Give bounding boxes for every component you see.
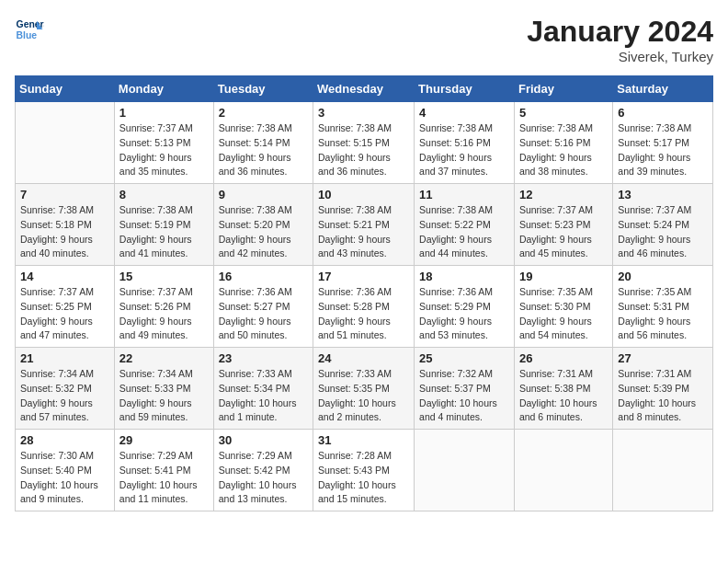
calendar-cell: 14Sunrise: 7:37 AMSunset: 5:25 PMDayligh… xyxy=(16,266,115,348)
calendar-title: January 2024 xyxy=(527,15,713,49)
day-number: 16 xyxy=(219,270,308,283)
calendar-cell: 28Sunrise: 7:30 AMSunset: 5:40 PMDayligh… xyxy=(16,430,115,511)
calendar-subtitle: Siverek, Turkey xyxy=(527,49,713,64)
svg-text:Blue: Blue xyxy=(17,30,38,40)
title-area: January 2024 Siverek, Turkey xyxy=(527,15,713,64)
day-number: 22 xyxy=(119,351,209,365)
day-detail: Sunrise: 7:38 AMSunset: 5:19 PMDaylight:… xyxy=(119,203,209,261)
calendar-cell: 2Sunrise: 7:38 AMSunset: 5:14 PMDaylight… xyxy=(213,102,313,184)
calendar-cell: 17Sunrise: 7:36 AMSunset: 5:28 PMDayligh… xyxy=(313,266,415,348)
day-number: 23 xyxy=(219,351,308,365)
day-detail: Sunrise: 7:37 AMSunset: 5:24 PMDaylight:… xyxy=(618,203,708,261)
calendar-cell: 13Sunrise: 7:37 AMSunset: 5:24 PMDayligh… xyxy=(613,184,713,266)
day-detail: Sunrise: 7:38 AMSunset: 5:15 PMDaylight:… xyxy=(318,121,409,179)
day-detail: Sunrise: 7:32 AMSunset: 5:37 PMDaylight:… xyxy=(419,367,509,425)
calendar-cell xyxy=(16,102,115,184)
day-detail: Sunrise: 7:37 AMSunset: 5:13 PMDaylight:… xyxy=(119,121,209,179)
day-number: 2 xyxy=(219,106,308,120)
weekday-header-thursday: Thursday xyxy=(415,76,515,102)
day-number: 24 xyxy=(318,351,409,365)
day-detail: Sunrise: 7:36 AMSunset: 5:29 PMDaylight:… xyxy=(419,285,509,343)
page-header: General Blue January 2024 Siverek, Turke… xyxy=(15,15,713,64)
calendar-cell: 16Sunrise: 7:36 AMSunset: 5:27 PMDayligh… xyxy=(213,266,313,348)
day-detail: Sunrise: 7:34 AMSunset: 5:32 PMDaylight:… xyxy=(20,367,109,425)
calendar-cell: 25Sunrise: 7:32 AMSunset: 5:37 PMDayligh… xyxy=(415,348,515,430)
calendar-week-row: 7Sunrise: 7:38 AMSunset: 5:18 PMDaylight… xyxy=(16,184,713,266)
day-number: 8 xyxy=(119,188,209,201)
day-number: 3 xyxy=(318,106,409,120)
day-detail: Sunrise: 7:36 AMSunset: 5:27 PMDaylight:… xyxy=(219,285,308,343)
calendar-cell: 26Sunrise: 7:31 AMSunset: 5:38 PMDayligh… xyxy=(514,348,612,430)
calendar-cell: 20Sunrise: 7:35 AMSunset: 5:31 PMDayligh… xyxy=(613,266,713,348)
weekday-header-friday: Friday xyxy=(514,76,612,102)
day-number: 12 xyxy=(519,188,608,201)
calendar-week-row: 1Sunrise: 7:37 AMSunset: 5:13 PMDaylight… xyxy=(16,102,713,184)
day-detail: Sunrise: 7:37 AMSunset: 5:23 PMDaylight:… xyxy=(519,203,608,261)
day-number: 19 xyxy=(519,270,608,283)
day-number: 10 xyxy=(318,188,409,201)
calendar-cell: 11Sunrise: 7:38 AMSunset: 5:22 PMDayligh… xyxy=(415,184,515,266)
day-number: 6 xyxy=(618,106,708,120)
calendar-cell xyxy=(613,430,713,511)
calendar-cell xyxy=(514,430,612,511)
day-number: 25 xyxy=(419,351,509,365)
day-detail: Sunrise: 7:38 AMSunset: 5:20 PMDaylight:… xyxy=(219,203,308,261)
calendar-cell: 29Sunrise: 7:29 AMSunset: 5:41 PMDayligh… xyxy=(114,430,213,511)
day-number: 7 xyxy=(20,188,109,201)
day-number: 14 xyxy=(20,270,109,283)
day-detail: Sunrise: 7:38 AMSunset: 5:14 PMDaylight:… xyxy=(219,121,308,179)
day-number: 26 xyxy=(519,351,608,365)
day-number: 21 xyxy=(20,351,109,365)
calendar-cell: 24Sunrise: 7:33 AMSunset: 5:35 PMDayligh… xyxy=(313,348,415,430)
day-detail: Sunrise: 7:34 AMSunset: 5:33 PMDaylight:… xyxy=(119,367,209,425)
day-number: 28 xyxy=(20,433,109,447)
calendar-cell: 21Sunrise: 7:34 AMSunset: 5:32 PMDayligh… xyxy=(16,348,115,430)
calendar-cell: 19Sunrise: 7:35 AMSunset: 5:30 PMDayligh… xyxy=(514,266,612,348)
day-number: 30 xyxy=(219,433,308,447)
weekday-header-wednesday: Wednesday xyxy=(313,76,415,102)
day-number: 17 xyxy=(318,270,409,283)
day-number: 9 xyxy=(219,188,308,201)
day-detail: Sunrise: 7:35 AMSunset: 5:31 PMDaylight:… xyxy=(618,285,708,343)
calendar-week-row: 21Sunrise: 7:34 AMSunset: 5:32 PMDayligh… xyxy=(16,348,713,430)
day-number: 1 xyxy=(119,106,209,120)
calendar-cell: 5Sunrise: 7:38 AMSunset: 5:16 PMDaylight… xyxy=(514,102,612,184)
calendar-cell: 9Sunrise: 7:38 AMSunset: 5:20 PMDaylight… xyxy=(213,184,313,266)
calendar-week-row: 14Sunrise: 7:37 AMSunset: 5:25 PMDayligh… xyxy=(16,266,713,348)
calendar-cell: 4Sunrise: 7:38 AMSunset: 5:16 PMDaylight… xyxy=(415,102,515,184)
calendar-week-row: 28Sunrise: 7:30 AMSunset: 5:40 PMDayligh… xyxy=(16,430,713,511)
day-detail: Sunrise: 7:30 AMSunset: 5:40 PMDaylight:… xyxy=(20,449,109,507)
day-number: 31 xyxy=(318,433,409,447)
day-detail: Sunrise: 7:38 AMSunset: 5:16 PMDaylight:… xyxy=(419,121,509,179)
day-detail: Sunrise: 7:38 AMSunset: 5:18 PMDaylight:… xyxy=(20,203,109,261)
day-detail: Sunrise: 7:33 AMSunset: 5:34 PMDaylight:… xyxy=(219,367,308,425)
calendar-cell xyxy=(415,430,515,511)
calendar-cell: 1Sunrise: 7:37 AMSunset: 5:13 PMDaylight… xyxy=(114,102,213,184)
day-detail: Sunrise: 7:36 AMSunset: 5:28 PMDaylight:… xyxy=(318,285,409,343)
calendar-cell: 22Sunrise: 7:34 AMSunset: 5:33 PMDayligh… xyxy=(114,348,213,430)
calendar-cell: 3Sunrise: 7:38 AMSunset: 5:15 PMDaylight… xyxy=(313,102,415,184)
calendar-cell: 18Sunrise: 7:36 AMSunset: 5:29 PMDayligh… xyxy=(415,266,515,348)
weekday-header-tuesday: Tuesday xyxy=(213,76,313,102)
day-number: 20 xyxy=(618,270,708,283)
day-number: 4 xyxy=(419,106,509,120)
day-detail: Sunrise: 7:31 AMSunset: 5:39 PMDaylight:… xyxy=(618,367,708,425)
calendar-cell: 6Sunrise: 7:38 AMSunset: 5:17 PMDaylight… xyxy=(613,102,713,184)
weekday-header-saturday: Saturday xyxy=(613,76,713,102)
calendar-table: SundayMondayTuesdayWednesdayThursdayFrid… xyxy=(15,75,713,511)
day-detail: Sunrise: 7:38 AMSunset: 5:22 PMDaylight:… xyxy=(419,203,509,261)
calendar-cell: 7Sunrise: 7:38 AMSunset: 5:18 PMDaylight… xyxy=(16,184,115,266)
day-number: 11 xyxy=(419,188,509,201)
calendar-cell: 8Sunrise: 7:38 AMSunset: 5:19 PMDaylight… xyxy=(114,184,213,266)
day-number: 13 xyxy=(618,188,708,201)
day-number: 29 xyxy=(119,433,209,447)
logo-icon: General Blue xyxy=(15,15,44,44)
weekday-header-row: SundayMondayTuesdayWednesdayThursdayFrid… xyxy=(16,76,713,102)
day-detail: Sunrise: 7:38 AMSunset: 5:21 PMDaylight:… xyxy=(318,203,409,261)
day-detail: Sunrise: 7:37 AMSunset: 5:26 PMDaylight:… xyxy=(119,285,209,343)
day-detail: Sunrise: 7:28 AMSunset: 5:43 PMDaylight:… xyxy=(318,449,409,507)
day-number: 27 xyxy=(618,351,708,365)
day-number: 18 xyxy=(419,270,509,283)
weekday-header-monday: Monday xyxy=(114,76,213,102)
day-number: 5 xyxy=(519,106,608,120)
